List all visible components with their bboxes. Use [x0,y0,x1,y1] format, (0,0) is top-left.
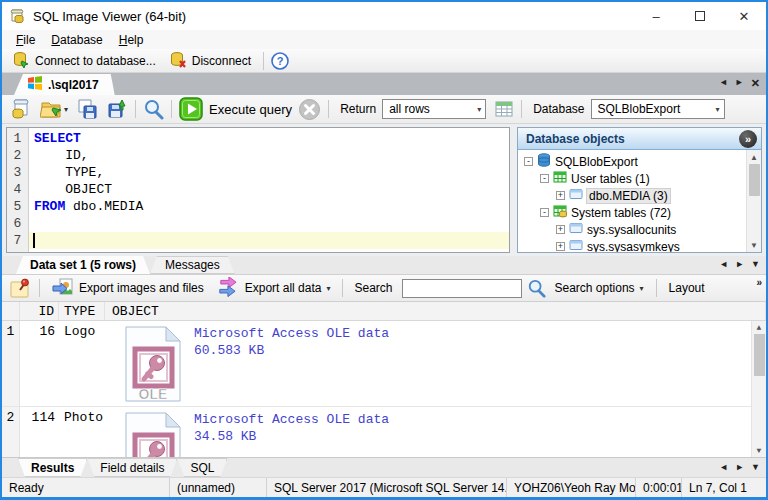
tree-item-system-tables[interactable]: - System tables (72) [518,204,746,221]
scroll-down-icon[interactable]: ▼ [757,444,762,457]
tree-item-dbo-media[interactable]: + dbo.MEDIA (3) [518,187,746,204]
cell-object: OLE Microsoft Access OLE data60.583 KB [105,321,766,406]
table-icon [569,221,583,238]
minimize-button[interactable]: – [634,2,678,30]
tab-scroll-right-icon[interactable]: ► [735,259,744,269]
tab-field-details[interactable]: Field details [87,458,177,477]
tab-sql[interactable]: SQL [177,458,227,477]
collapse-expander-icon[interactable]: - [540,174,549,183]
scrollbar-thumb[interactable] [754,334,765,376]
grid-scrollbar[interactable]: ▲ ▼ [751,321,766,457]
dataset-tab-strip: Data set 1 (5 rows) Messages ◄ ► ▼ [2,256,766,275]
tab-list-icon[interactable]: ▼ [751,462,760,472]
disconnect-button[interactable]: Disconnect [163,49,258,73]
menu-database-rest: atabase [60,33,103,47]
tree-item-database[interactable]: - SQLBlobExport [518,153,746,170]
search-input[interactable] [402,279,522,298]
scrollbar-thumb[interactable] [749,164,760,196]
column-header-type[interactable]: TYPE [59,302,105,320]
vertical-splitter[interactable] [510,124,517,256]
search-options-label: Search options [555,281,635,295]
help-button[interactable]: ? [269,51,291,71]
tab-scroll-right-icon[interactable]: ► [735,77,744,90]
grid-row-1[interactable]: 1 16 Logo OLE Microsoft Access OLE data6… [2,321,766,407]
status-server: SQL Server 2017 (Microsoft SQL Server 14… [267,478,507,497]
grid-view-button[interactable] [492,98,516,120]
connect-database-button[interactable]: Connect to database... [6,49,163,73]
scroll-down-icon[interactable]: ▼ [747,238,761,252]
tab-scroll-left-icon[interactable]: ◄ [719,77,728,90]
open-query-button[interactable]: ▾ [38,97,70,121]
menu-file[interactable]: File [8,30,43,49]
tab-field-details-label: Field details [100,461,164,475]
column-header-id[interactable]: ID [20,302,59,320]
tab-scroll-left-icon[interactable]: ◄ [719,462,728,472]
tab-results[interactable]: Results [18,458,87,477]
menu-database[interactable]: Database [43,30,110,49]
tree-item-sysallocunits[interactable]: + sys.sysallocunits [518,221,746,238]
toolbar-separator [342,279,343,297]
tab-messages-label: Messages [165,258,220,272]
tab-close-icon[interactable]: ✕ [751,77,760,90]
pin-results-button[interactable] [7,277,34,300]
collapse-expander-icon[interactable]: + [556,242,565,251]
collapse-expander-icon[interactable]: - [540,208,549,217]
toolbar-separator [39,279,40,297]
cell-type: Logo [59,321,105,406]
grid-row-2[interactable]: 2 114 Photo OLE Microsoft Access OLE dat… [2,407,766,457]
tab-sql2017[interactable]: .\sql2017 [14,74,115,95]
export-images-button[interactable]: Export images and files [45,275,211,302]
blob-description: Microsoft Access OLE data60.583 KB [194,325,389,406]
database-select[interactable]: SQLBlobExport ▾ [591,99,725,119]
cancel-query-button[interactable] [296,97,323,122]
collapse-expander-icon[interactable]: + [556,191,565,200]
maximize-button[interactable] [678,2,722,30]
scroll-up-icon[interactable]: ▲ [757,321,762,334]
layout-button[interactable]: Layout [662,279,712,297]
collapse-expander-icon[interactable]: + [556,225,565,234]
grid-corner-cell [2,302,20,320]
tab-list-icon[interactable]: ▼ [751,259,760,269]
magnifier-icon [143,99,164,120]
return-rows-select[interactable]: all rows ▾ [382,99,486,119]
new-query-button[interactable] [8,97,34,121]
code-area[interactable]: SELECT ID, TYPE, OBJECT FROM dbo.MEDIA [29,128,509,252]
save-as-button[interactable] [104,97,130,121]
menu-help[interactable]: Help [111,30,152,49]
collapse-expander-icon[interactable]: - [524,157,533,166]
panel-collapse-button[interactable]: » [739,130,757,148]
database-value: SQLBlobExport [598,102,681,116]
maximize-icon [695,11,705,21]
search-button[interactable] [525,278,548,299]
execute-query-label[interactable]: Execute query [209,102,292,117]
sql-line: dbo.MEDIA [65,199,143,214]
open-folder-icon [40,98,64,120]
windows-logo-icon [28,76,42,93]
execute-query-button[interactable] [177,96,205,122]
column-header-object[interactable]: OBJECT [105,302,766,320]
sql-line [29,215,509,232]
tab-dataset-1[interactable]: Data set 1 (5 rows) [16,256,150,274]
tab-messages[interactable]: Messages [150,256,235,274]
tab-results-label: Results [31,461,74,475]
sql-line: OBJECT [29,181,509,198]
close-button[interactable]: ✕ [722,2,766,30]
export-all-data-button[interactable]: Export all data ▾ [211,275,338,302]
sql-editor[interactable]: 1 2 3 4 5 6 7 SELECT ID, TYPE, OBJECT FR… [6,127,510,253]
find-button[interactable] [141,98,166,121]
tree-scrollbar[interactable]: ▲ ▼ [746,150,761,252]
layout-label: Layout [669,281,705,295]
grid-icon [494,99,514,119]
tree-item-user-tables[interactable]: - User tables (1) [518,170,746,187]
tab-scroll-right-icon[interactable]: ► [735,462,744,472]
blob-type-text: Microsoft Access OLE data [194,326,389,341]
tree-item-sysasymkeys[interactable]: + sys.sysasymkeys [518,238,746,252]
row-number: 2 [2,407,20,457]
save-query-button[interactable] [74,97,100,121]
scroll-up-icon[interactable]: ▲ [747,150,761,164]
toolbar-overflow-icon[interactable]: » [756,277,762,288]
tab-scroll-left-icon[interactable]: ◄ [719,259,728,269]
system-tables-icon [553,204,567,221]
search-options-button[interactable]: Search options ▾ [548,279,651,297]
svg-text:OLE: OLE [139,386,168,402]
